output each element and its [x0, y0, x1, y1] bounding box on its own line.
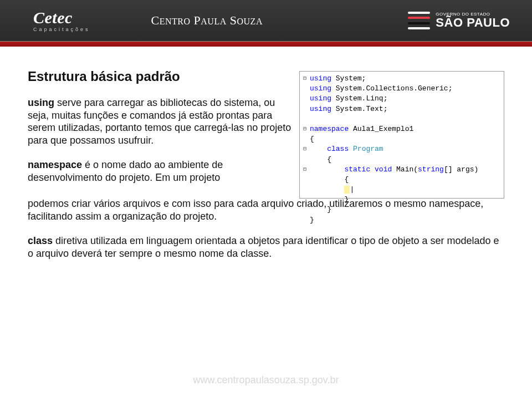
- slide-header: Cetec Capacitações CENTRO PAULA SOUZA GO…: [0, 0, 532, 41]
- cetec-logo: Cetec Capacitações: [33, 9, 90, 32]
- paragraph-class: class diretiva utilizada em linguagem or…: [28, 235, 504, 260]
- cetec-logo-text: Cetec: [33, 9, 90, 26]
- cetec-logo-subtext: Capacitações: [33, 27, 90, 32]
- slide-content: Estrutura básica padrão using serve para…: [0, 47, 532, 199]
- paragraph-using: using serve para carregar as bibliotecas…: [28, 97, 294, 146]
- header-red-divider: [0, 41, 532, 47]
- sao-paulo-gov-logo: GOVERNO DO ESTADO SÃO PAULO: [408, 12, 510, 29]
- code-screenshot: ⊟using System; using System.Collections.…: [299, 71, 504, 199]
- footer-url: www.centropaulasouza.sp.gov.br: [0, 374, 532, 386]
- centro-paula-souza-logo: CENTRO PAULA SOUZA: [151, 13, 263, 28]
- paragraph-continuation: podemos criar vários arquivos e com isso…: [0, 197, 532, 260]
- paragraph-namespace-1: namespace é o nome dado ao ambiente de d…: [28, 159, 294, 184]
- sp-main-label: SÃO PAULO: [436, 17, 510, 29]
- slide-title: Estrutura básica padrão: [28, 69, 294, 84]
- sp-flag-icon: [408, 12, 430, 29]
